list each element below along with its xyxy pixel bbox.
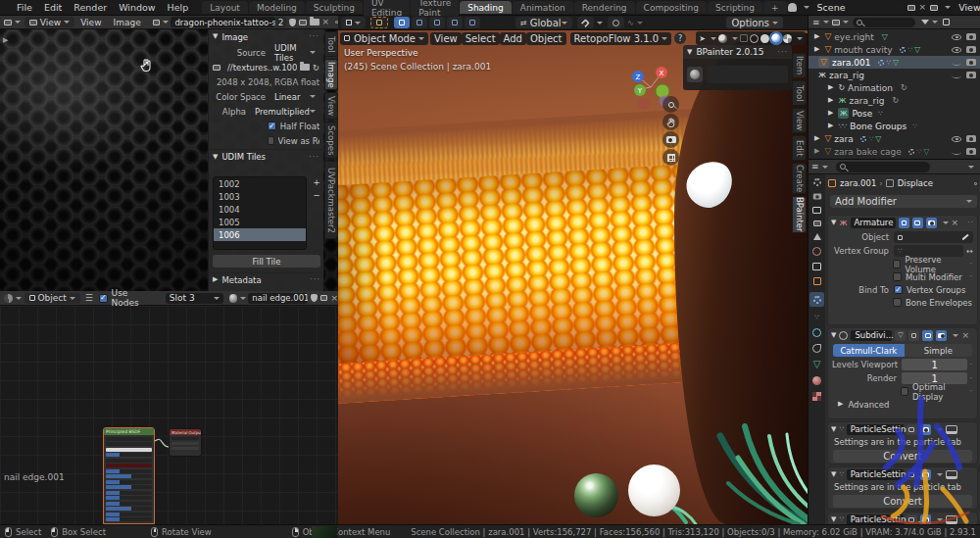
image-mode-dropdown[interactable]: View (24, 17, 74, 27)
tab-scripting[interactable]: Scripting (708, 1, 762, 14)
editor-type-dropdown-icon[interactable] (15, 21, 21, 24)
shader-editor-type-dropdown-icon[interactable] (16, 297, 22, 300)
delete-modifier-icon[interactable]: × (961, 331, 969, 340)
modifier-name-field[interactable]: ParticleSettings.. (847, 514, 904, 525)
udim-add-button[interactable]: + (311, 176, 322, 187)
modifier-name-field[interactable]: ParticleSettings (847, 424, 904, 435)
editor-type-shader-icon[interactable] (4, 294, 13, 303)
tab-animation[interactable]: Animation (513, 1, 573, 14)
outliner-row[interactable]: ▶жzara_rig↻ (808, 94, 980, 107)
render-visibility-icon[interactable] (966, 33, 976, 40)
view-layer-selector[interactable]: View Layer (955, 1, 980, 14)
shading-dropdown-icon[interactable] (797, 37, 803, 40)
convert-button[interactable]: Convert (833, 450, 972, 463)
select-mode-subtract-button[interactable] (429, 17, 445, 28)
pin-id-icon[interactable] (973, 181, 977, 185)
image-name-field[interactable]: dragon-phoenix-tattoo-scale-shadow (171, 17, 274, 27)
display-mode-chevron-icon[interactable] (823, 21, 829, 24)
wireframe-toggle[interactable]: ▽ (895, 330, 906, 341)
principled-bsdf-node[interactable]: Principled BSDF (103, 427, 155, 524)
armature-object-field[interactable] (894, 231, 973, 243)
tab-constraints[interactable] (812, 344, 821, 353)
menu-vp-select[interactable]: Select (462, 32, 500, 45)
copy-material-icon[interactable] (320, 295, 328, 301)
snap-magnet-icon[interactable] (577, 17, 594, 28)
realtime-toggle[interactable] (912, 218, 923, 228)
view-as-render-checkbox[interactable] (268, 136, 274, 145)
outliner-filter-type-icon[interactable] (832, 20, 840, 25)
menu-vp-view[interactable]: View (430, 32, 462, 45)
hide-icon[interactable] (952, 34, 961, 40)
scene-icon[interactable] (788, 3, 797, 12)
bpainter-panel-header[interactable]: ▼BPainter 2.0.15 ··· (683, 45, 792, 59)
bpainter-material-button[interactable] (687, 67, 703, 82)
shading-solid-icon[interactable] (760, 34, 769, 43)
image-users-badge[interactable]: 2 (275, 17, 287, 27)
add-modifier-dropdown[interactable]: Add Modifier (830, 195, 977, 208)
menu-image-view[interactable]: View (74, 18, 107, 27)
levels-viewport-field[interactable]: 1 (902, 359, 967, 370)
display-mode-icon[interactable]: ≡ (812, 18, 820, 27)
modifier-name-field[interactable]: Subdivi... (851, 330, 892, 341)
tab-object-data[interactable]: ▽ (813, 360, 821, 369)
select-mode-extend-button[interactable] (412, 17, 427, 28)
orientation-dropdown[interactable]: ⇄Global (515, 17, 572, 28)
tab-layout[interactable]: Layout (202, 1, 248, 14)
editor-type-properties-icon[interactable]: ≡ (811, 162, 819, 171)
outliner-search-input[interactable] (853, 18, 915, 27)
options-dropdown[interactable]: Options (726, 17, 783, 28)
collapse-icon[interactable]: ▼ (831, 426, 836, 433)
properties-search-input[interactable] (836, 162, 930, 172)
outliner-row[interactable]: ▶∵∵Bone Groups∵ (808, 120, 980, 132)
overlays-chevron-icon[interactable] (732, 37, 738, 40)
filter-type-chevron-icon[interactable] (843, 21, 849, 24)
tab-render[interactable] (812, 194, 821, 200)
outliner-row[interactable]: жzara_rig (808, 69, 980, 81)
sidebar-tab-uvpackmaster[interactable]: UVPackmaster2 (324, 161, 338, 239)
scene-dropdown-icon[interactable] (804, 6, 809, 9)
image-datablock-icon[interactable] (153, 20, 161, 25)
filter-funnel-icon[interactable] (921, 20, 929, 24)
modifier-extras-icon[interactable] (937, 473, 943, 476)
render-toggle[interactable] (920, 469, 931, 480)
catmull-clark-button[interactable]: Catmull-Clark (833, 344, 905, 357)
modifier-menu-icon[interactable] (946, 515, 957, 524)
sidebar-tab-image[interactable]: Image (324, 59, 338, 90)
half-float-checkbox[interactable]: ✓ (268, 122, 276, 130)
camera-view-button[interactable] (662, 131, 679, 148)
tab-rendering[interactable]: Rendering (574, 1, 635, 14)
n-tab-create[interactable]: Create (792, 163, 807, 194)
snap-dropdown-icon[interactable] (597, 22, 603, 24)
new-collection-icon[interactable] (943, 19, 950, 25)
delete-modifier-icon[interactable]: × (952, 219, 959, 227)
render-toggle[interactable] (920, 514, 931, 525)
udim-tile-list[interactable]: 1002 1003 1004 1005 1006 (213, 176, 307, 250)
breadcrumb-modifier[interactable]: Displace (898, 178, 933, 188)
tab-particles[interactable]: ∵ (814, 314, 818, 321)
render-visibility-icon[interactable] (966, 59, 976, 66)
menu-vp-add[interactable]: Add (500, 32, 526, 45)
toolbar-expand-icon[interactable]: ▶ (3, 37, 8, 44)
hide-icon[interactable] (952, 60, 961, 66)
udim-tile-selected[interactable]: 1006 (214, 228, 306, 241)
udim-tile[interactable]: 1002 (214, 177, 306, 190)
hide-icon[interactable] (952, 136, 961, 142)
zoom-button[interactable] (662, 96, 679, 113)
outliner-row[interactable]: ▶жPose∵ (808, 107, 980, 120)
realtime-toggle[interactable] (922, 330, 933, 341)
node-canvas[interactable]: Principled BSDF Material Output nail edg… (0, 306, 338, 524)
modifier-name-field[interactable]: ParticleSettings.. (847, 469, 904, 480)
tab-tool[interactable] (813, 178, 821, 186)
modifier-extras-icon[interactable] (953, 334, 958, 337)
sidebar-tab-view[interactable]: View (324, 92, 338, 120)
active-tool-dropdown[interactable] (341, 17, 366, 28)
tab-scene[interactable] (813, 233, 821, 240)
tab-output[interactable] (812, 207, 821, 214)
properties-options-chevron-icon[interactable] (968, 166, 974, 169)
image-datablock-dropdown-icon[interactable] (163, 21, 169, 24)
udim-tile[interactable]: 1004 (214, 203, 306, 216)
render-toggle[interactable] (936, 330, 947, 341)
hide-icon[interactable] (952, 47, 961, 53)
unlink-image-icon[interactable]: × (322, 18, 330, 26)
slot-dropdown[interactable]: Slot 3 (166, 293, 223, 304)
